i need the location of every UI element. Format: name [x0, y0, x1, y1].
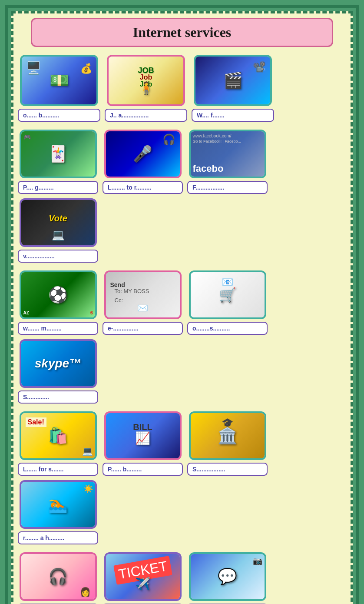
img-vote: Vote 💻 — [20, 198, 97, 247]
card-lr: 🎤 🎧 L........ to r......... — [103, 130, 183, 194]
label-ja: J.. a................ — [105, 109, 187, 122]
label-rh: r........ a h......... — [18, 531, 98, 544]
card-st: 🏛️ 🎓 S................. — [187, 411, 268, 476]
img-play: 🃏 🎮 — [20, 130, 97, 178]
img-look-sale: 🛍️ Sale! 💻 — [20, 411, 97, 460]
label-ob: o...... b.......... — [18, 109, 100, 122]
card-wm: ⚽ AZ 6 w....... m......... — [18, 270, 98, 335]
label-wm: w....... m......... — [18, 322, 98, 335]
card-v: Vote 💻 v................. — [18, 198, 98, 263]
card-em: Send To: MY BOSS Cc: ✉️ e-..............… — [103, 270, 183, 335]
row-4: 🛍️ Sale! 💻 L...... for s....... BILL 📈 P… — [18, 411, 346, 544]
card-wf: 🎬 📽️ W.... f....... — [192, 55, 274, 122]
img-job: JOB Job Job 🧍 — [107, 55, 185, 106]
img-resort: 🏊 ☀️ — [20, 480, 97, 529]
img-book-ticket: TICKET ✈️ — [104, 552, 182, 601]
img-skype: skype™ — [20, 339, 97, 388]
row-5: 🎧 👩 L........ to m....... TICKET ✈️ B...… — [18, 552, 346, 604]
img-order: 🛒 📧 — [189, 270, 266, 319]
label-os: o........s.......... — [187, 322, 268, 335]
label-v: v................. — [18, 250, 98, 263]
img-watch: 🎬 📽️ — [194, 55, 272, 106]
card-bt: TICKET ✈️ B......a t......... — [103, 552, 183, 604]
outer-border: Internet services 💵 🖥️ 💰 o...... b......… — [5, 5, 359, 604]
row-3: ⚽ AZ 6 w....... m......... Send To: MY B… — [18, 270, 346, 404]
img-listen-music: 🎧 👩 — [20, 552, 97, 601]
card-ls: 🛍️ Sale! 💻 L...... for s....... — [18, 411, 98, 476]
label-lr: L........ to r......... — [103, 181, 183, 194]
img-money: 💵 🖥️ 💰 — [20, 55, 98, 106]
title-box: Internet services — [31, 18, 333, 47]
row-1: 💵 🖥️ 💰 o...... b.......... JOB Job Job 🧍 — [18, 55, 346, 122]
label-st: S................. — [187, 463, 268, 476]
img-pay-bill: BILL 📈 — [104, 411, 182, 460]
label-pb: P...... b......... — [103, 463, 183, 476]
card-lm: 🎧 👩 L........ to m....... — [18, 552, 98, 604]
img-watch-match: ⚽ AZ 6 — [20, 270, 97, 319]
img-study: 🏛️ 🎓 — [189, 411, 266, 460]
label-wf: W.... f....... — [192, 109, 274, 122]
img-listen: 🎤 🎧 — [104, 130, 182, 178]
label-ls: L...... for s....... — [18, 463, 98, 476]
img-email: Send To: MY BOSS Cc: ✉️ — [104, 270, 182, 319]
label-pg: P.... g......... — [18, 181, 98, 194]
card-fb: www.facebook.com/ Go to Facebool!! | Fac… — [187, 130, 268, 194]
img-exchange: 💬 📷 — [189, 552, 266, 601]
card-rh: 🏊 ☀️ r........ a h......... — [18, 480, 98, 544]
card-os: 🛒 📧 o........s.......... — [187, 270, 268, 335]
card-sk: skype™ S............. — [18, 339, 98, 404]
img-facebook: www.facebook.com/ Go to Facebool!! | Fac… — [189, 130, 266, 178]
card-ja: JOB Job Job 🧍 J.. a................ — [105, 55, 187, 122]
label-em: e-............... — [103, 322, 183, 335]
main-content: Internet services 💵 🖥️ 💰 o...... b......… — [11, 11, 353, 604]
row-2: 🃏 🎮 P.... g......... 🎤 🎧 L........ to r.… — [18, 130, 346, 263]
page-title: Internet services — [133, 24, 232, 40]
label-fb: F................. — [187, 181, 268, 194]
card-pg: 🃏 🎮 P.... g......... — [18, 130, 98, 194]
card-ob: 💵 🖥️ 💰 o...... b.......... — [18, 55, 100, 122]
label-sk: S............. — [18, 390, 98, 404]
card-ef: 💬 📷 E.......... f......... — [187, 552, 268, 604]
card-pb: BILL 📈 P...... b......... — [103, 411, 183, 476]
